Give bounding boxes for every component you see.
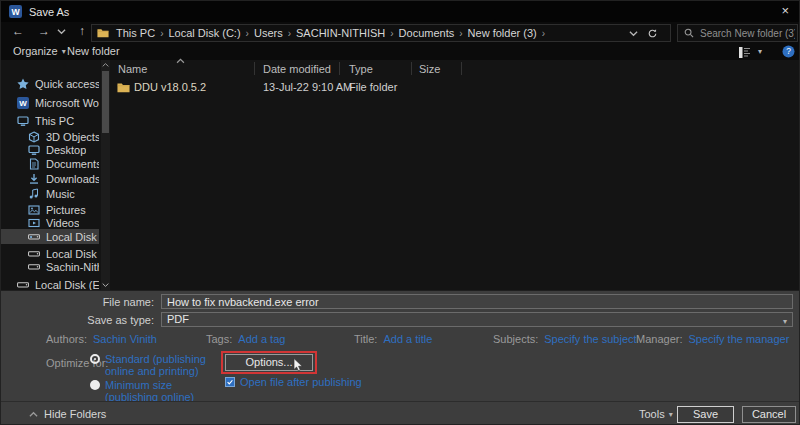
sidebar-item-label: Downloads xyxy=(46,173,99,185)
sidebar-item-downloads[interactable]: Downloads xyxy=(1,171,99,186)
back-button[interactable]: ← xyxy=(9,24,27,39)
property-label: Manager: xyxy=(636,333,682,345)
breadcrumb-separator-icon[interactable]: › xyxy=(286,28,293,39)
file-name: DDU v18.0.5.2 xyxy=(134,81,206,93)
scrollbar-thumb[interactable] xyxy=(102,71,109,133)
column-divider[interactable] xyxy=(411,62,412,75)
search-icon xyxy=(684,28,694,38)
breadcrumb-separator-icon[interactable]: › xyxy=(388,28,395,39)
sidebar-scrollbar[interactable] xyxy=(101,60,110,290)
property-label: Title: xyxy=(354,333,377,345)
scroll-up-icon[interactable] xyxy=(102,62,109,68)
sort-ascending-icon xyxy=(176,58,185,64)
sidebar-item-label: Quick access xyxy=(35,78,99,90)
downloads-icon xyxy=(28,173,40,185)
search-box xyxy=(677,24,798,42)
save-options-panel: File name: Save as type: PDF ▾ Authors:S… xyxy=(1,290,799,401)
column-divider[interactable] xyxy=(254,62,255,75)
column-header-date-modified[interactable]: Date modified xyxy=(263,63,331,75)
property-subjects: Subjects:Specify the subject xyxy=(493,333,637,345)
sidebar-item-desktop[interactable]: Desktop xyxy=(1,142,99,157)
sidebar-item-label: Local Disk (E:) xyxy=(35,279,99,291)
sidebar-item-label: 3D Objects xyxy=(46,131,99,143)
column-header-type[interactable]: Type xyxy=(349,63,373,75)
radio-standard-publishing-[interactable]: Standard (publishing online and printing… xyxy=(90,353,220,377)
sidebar-item-local-disk-c[interactable]: Local Disk (C:) xyxy=(1,229,99,244)
property-title: Title:Add a title xyxy=(354,333,432,345)
videos-icon xyxy=(28,217,40,229)
tools-button[interactable]: Tools▾ xyxy=(639,408,673,420)
up-button[interactable]: ↑ xyxy=(73,24,91,39)
radio-label: Standard (publishing online and printing… xyxy=(105,353,209,377)
music-icon xyxy=(28,188,40,200)
sidebar-item-quick-access[interactable]: Quick access xyxy=(1,76,99,91)
column-header-name[interactable]: Name xyxy=(118,63,147,75)
breadcrumb-separator-icon[interactable]: › xyxy=(457,28,464,39)
sidebar-item-label: Documents xyxy=(46,158,99,170)
scroll-down-icon[interactable] xyxy=(102,282,109,288)
recent-locations-chevron-icon[interactable] xyxy=(57,28,66,35)
sidebar-item-sachin-nithish[interactable]: Sachin-Nithish ( xyxy=(1,259,99,274)
close-icon[interactable]: × xyxy=(781,3,789,19)
breadcrumb-separator-icon[interactable]: › xyxy=(158,28,165,39)
column-header-size[interactable]: Size xyxy=(419,63,440,75)
forward-button[interactable]: → xyxy=(35,24,53,39)
sidebar-item-label: Local Disk (E:) xyxy=(46,248,99,260)
organize-label: Organize xyxy=(13,45,58,57)
navigation-bar: ← → ↑ This PC›Local Disk (C:)›Users›SACH… xyxy=(1,22,799,42)
breadcrumb-item-users[interactable]: Users xyxy=(251,27,286,39)
open-file-after-publishing-checkbox[interactable] xyxy=(225,377,235,387)
save-as-type-combo[interactable]: PDF ▾ xyxy=(161,312,793,327)
radio-minimum-size-publish[interactable]: Minimum size (publishing online) xyxy=(90,379,220,403)
search-input[interactable] xyxy=(698,27,797,40)
column-divider[interactable] xyxy=(461,62,462,75)
property-value[interactable]: Sachin Vinith xyxy=(93,333,157,345)
file-name-label: File name: xyxy=(86,296,154,308)
refresh-icon[interactable] xyxy=(647,28,658,39)
property-value[interactable]: Add a title xyxy=(383,333,432,345)
sidebar-item-microsoft-word[interactable]: WMicrosoft Word xyxy=(1,95,99,110)
hide-folders-button[interactable]: Hide Folders xyxy=(29,408,106,420)
radio-selected-icon xyxy=(90,354,100,364)
file-row-ddu-v18-0-5-2[interactable]: DDU v18.0.5.213-Jul-22 9:10 AMFile folde… xyxy=(113,80,799,95)
chevron-down-icon: ▾ xyxy=(783,315,787,328)
property-value[interactable]: Specify the subject xyxy=(544,333,636,345)
list-view-icon xyxy=(739,47,750,58)
sidebar-item-videos[interactable]: Videos xyxy=(1,215,99,230)
breadcrumb-separator-icon[interactable]: › xyxy=(540,28,547,39)
new-folder-button[interactable]: New folder xyxy=(67,45,120,57)
sidebar-item-this-pc[interactable]: This PC xyxy=(1,113,99,128)
svg-text:W: W xyxy=(11,7,20,17)
breadcrumb-item-new-folder-3[interactable]: New folder (3) xyxy=(465,27,540,39)
open-file-after-publishing-label[interactable]: Open file after publishing xyxy=(240,376,362,388)
file-date: 13-Jul-22 9:10 AM xyxy=(263,81,352,93)
footer-bar: Hide Folders Tools▾ Save Cancel xyxy=(1,401,799,425)
sidebar-item-music[interactable]: Music xyxy=(1,186,99,201)
cancel-button[interactable]: Cancel xyxy=(742,406,796,423)
command-toolbar: Organize▾ New folder ▾ ? xyxy=(1,42,799,61)
sidebar-item-documents[interactable]: Documents xyxy=(1,156,99,171)
save-button[interactable]: Save xyxy=(677,406,734,423)
column-divider[interactable] xyxy=(339,62,340,75)
sidebar-item-label: This PC xyxy=(35,115,74,127)
property-manager: Manager:Specify the manager xyxy=(636,333,789,345)
property-value[interactable]: Add a tag xyxy=(238,333,285,345)
address-bar[interactable]: This PC›Local Disk (C:)›Users›SACHIN-NIT… xyxy=(91,24,671,42)
view-mode-button[interactable]: ▾ xyxy=(739,46,765,58)
word-icon: W xyxy=(17,97,29,109)
chevron-down-icon: ▾ xyxy=(62,47,66,56)
drive-icon xyxy=(17,279,29,291)
property-value[interactable]: Specify the manager xyxy=(688,333,789,345)
breadcrumb-item-local-disk-c[interactable]: Local Disk (C:) xyxy=(165,27,243,39)
tools-label: Tools xyxy=(639,408,665,420)
file-name-input[interactable] xyxy=(161,294,793,309)
breadcrumb-item-this-pc[interactable]: This PC xyxy=(113,27,158,39)
breadcrumb-item-sachin-nithish[interactable]: SACHIN-NITHISH xyxy=(293,27,388,39)
address-dropdown-icon[interactable] xyxy=(629,30,638,37)
organize-button[interactable]: Organize▾ xyxy=(13,45,66,57)
sidebar-item-label: Pictures xyxy=(46,204,86,216)
breadcrumb-separator-icon[interactable]: › xyxy=(244,28,251,39)
breadcrumb-item-documents[interactable]: Documents xyxy=(396,27,458,39)
help-icon[interactable]: ? xyxy=(782,45,795,58)
radio-label: Minimum size (publishing online) xyxy=(105,379,209,403)
